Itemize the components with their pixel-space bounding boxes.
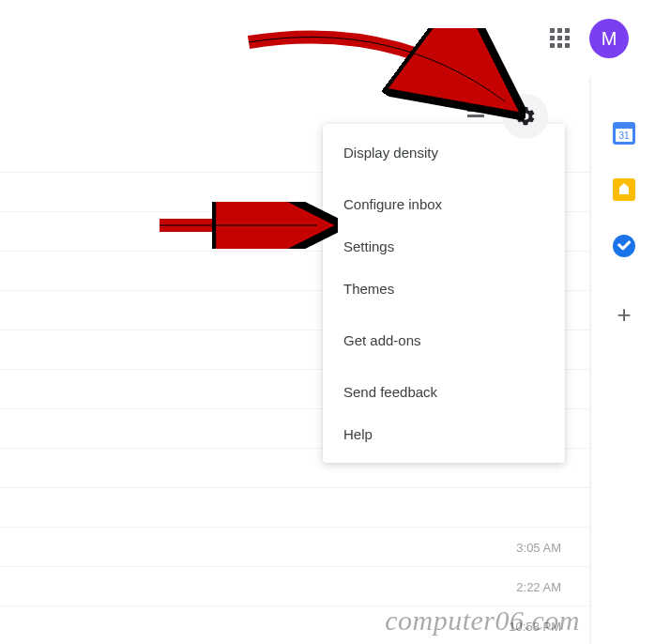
mail-row-time: 2:22 AM: [516, 579, 561, 593]
menu-item-themes[interactable]: Themes: [323, 268, 565, 310]
tasks-icon[interactable]: [613, 235, 635, 257]
avatar-initial: M: [602, 28, 617, 50]
menu-item-label: Configure inbox: [343, 196, 442, 212]
menu-item-configure-inbox[interactable]: Configure inbox: [323, 183, 565, 225]
menu-item-label: Send feedback: [343, 384, 437, 400]
avatar[interactable]: M: [589, 19, 629, 58]
menu-item-label: Get add-ons: [343, 332, 421, 348]
annotation-arrow-gear: [235, 28, 526, 131]
mail-row-time: 3:05 AM: [516, 540, 561, 554]
watermark: computer06.com: [385, 605, 580, 636]
menu-item-label: Display density: [343, 145, 438, 161]
menu-item-label: Themes: [343, 281, 394, 297]
menu-item-settings[interactable]: Settings: [323, 225, 565, 268]
settings-dropdown: Display density Configure inbox Settings…: [323, 124, 565, 463]
apps-grid-icon[interactable]: [550, 28, 569, 47]
mail-row[interactable]: 2:22 AM: [0, 567, 589, 606]
mail-row[interactable]: 3:05 AM: [0, 528, 589, 567]
plus-icon: +: [617, 300, 631, 329]
annotation-arrow-settings: [150, 202, 338, 249]
mail-row[interactable]: [0, 488, 589, 528]
menu-item-send-feedback[interactable]: Send feedback: [323, 371, 565, 413]
keep-icon[interactable]: [613, 178, 635, 201]
menu-item-get-addons[interactable]: Get add-ons: [323, 319, 565, 361]
calendar-day-number: 31: [616, 129, 632, 142]
menu-item-label: Help: [343, 426, 373, 442]
menu-item-help[interactable]: Help: [323, 413, 565, 455]
add-sidepanel-button[interactable]: +: [617, 300, 631, 330]
side-panel: 31 +: [593, 77, 655, 644]
calendar-icon[interactable]: 31: [613, 122, 635, 145]
menu-item-label: Settings: [343, 238, 394, 254]
